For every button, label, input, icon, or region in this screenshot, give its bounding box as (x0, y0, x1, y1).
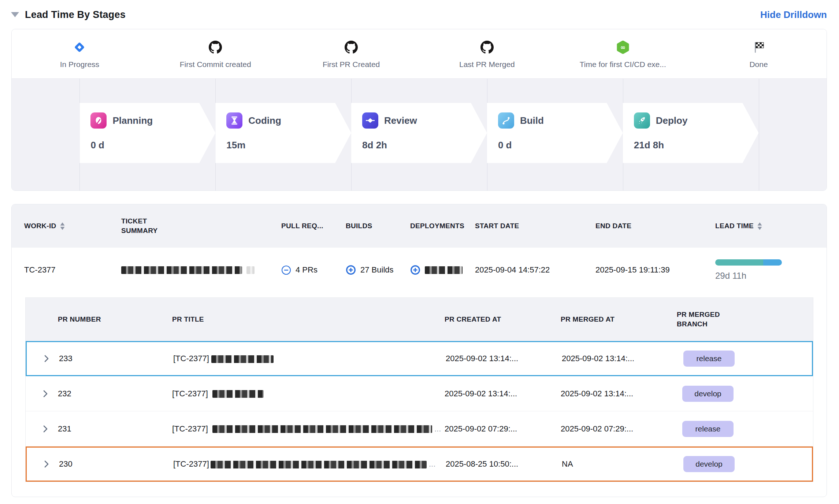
stage-name: Build (520, 115, 544, 126)
redacted-text (121, 266, 242, 274)
column-end-date: END DATE (583, 222, 703, 230)
svg-text:∞: ∞ (620, 44, 625, 51)
stage-name: Coding (248, 115, 281, 126)
hourglass-icon (226, 112, 242, 129)
milestone-done: Done (691, 40, 827, 69)
pr-created-at: 2025-09-02 07:29:... (445, 424, 561, 434)
milestone-label: Time for first CI/CD exe... (580, 60, 666, 69)
work-items-table: WORK-ID TICKET SUMMARY PULL REQ... BUILD… (11, 204, 827, 497)
pr-created-at: 2025-08-25 10:50:... (446, 459, 562, 469)
milestone-last-pr-merged: Last PR Merged (419, 40, 555, 69)
stage-review[interactable]: Review 8d 2h (351, 103, 487, 163)
column-pr-created-at: PR CREATED AT (445, 315, 561, 324)
milestone-label: Done (749, 60, 768, 69)
redacted-text (246, 266, 255, 274)
column-start-date: START DATE (463, 222, 583, 230)
cicd-infinity-icon: ∞ (616, 40, 630, 54)
milestone-row: In Progress First Commit created First P… (12, 29, 827, 78)
stage-build[interactable]: Build 0 d (487, 103, 623, 163)
lead-time-cell: 29d 11h (703, 259, 827, 281)
stage-name: Planning (112, 115, 153, 126)
github-icon (480, 40, 494, 54)
column-work-id[interactable]: WORK-ID (12, 222, 109, 230)
plus-circle-icon[interactable] (346, 265, 356, 275)
deployments-cell[interactable] (398, 265, 463, 275)
work-item-row[interactable]: TC-2377 4 PRs 27 Builds 2025-09-04 14:57… (12, 248, 827, 292)
stage-duration: 8d 2h (362, 140, 487, 151)
pr-title: [TC-2377] (173, 354, 446, 363)
branch-badge: develop (682, 386, 734, 402)
pr-title: [TC-2377] (172, 389, 445, 399)
milestone-label: First Commit created (180, 60, 251, 69)
pr-number: 232 (58, 389, 71, 399)
branch-badge: release (682, 421, 734, 437)
stage-planning[interactable]: Planning 0 d (79, 103, 215, 163)
sort-icon[interactable] (757, 222, 762, 230)
drilldown-header: Lead Time By Stages Hide Drilldown (0, 0, 839, 21)
stage-duration: 15m (226, 140, 351, 151)
milestone-first-commit: First Commit created (148, 40, 283, 69)
pr-table-header: PR NUMBER PR TITLE PR CREATED AT PR MERG… (26, 298, 813, 341)
milestone-first-pr: First PR Created (283, 40, 419, 69)
minus-circle-icon[interactable] (281, 265, 291, 275)
pr-row-231[interactable]: 231 [TC-2377] ... 2025-09-02 07:29:... 2… (26, 411, 813, 446)
stage-duration: 0 d (498, 140, 623, 151)
pr-created-at: 2025-09-02 13:14:... (445, 389, 561, 399)
milestone-in-progress: In Progress (12, 40, 148, 69)
pr-branch-cell: release (677, 421, 813, 437)
page-title: Lead Time By Stages (25, 9, 126, 21)
milestone-cicd: ∞ Time for first CI/CD exe... (555, 40, 691, 69)
pr-merged-at: 2025-09-02 07:29:... (561, 424, 677, 434)
hide-drilldown-link[interactable]: Hide Drilldown (760, 9, 827, 21)
pr-row-233[interactable]: 233 [TC-2377] 2025-09-02 13:14:... 2025-… (26, 341, 813, 376)
rocket-icon (634, 112, 650, 129)
ticket-summary-cell (109, 266, 269, 274)
redacted-text (211, 461, 427, 468)
checkered-flag-icon (752, 40, 766, 54)
pr-row-232[interactable]: 232 [TC-2377] 2025-09-02 13:14:... 2025-… (26, 376, 813, 411)
milestone-label: In Progress (60, 60, 99, 69)
pr-drilldown-table: PR NUMBER PR TITLE PR CREATED AT PR MERG… (25, 297, 813, 482)
stage-duration: 0 d (90, 140, 215, 151)
milestone-label: Last PR Merged (459, 60, 515, 69)
column-pull-requests: PULL REQ... (269, 222, 333, 230)
builds-cell[interactable]: 27 Builds (333, 265, 398, 275)
lead-time-bar-segment-1 (715, 259, 763, 266)
column-pr-merged-at: PR MERGED AT (561, 315, 677, 324)
column-deployments: DEPLOYMENTS (398, 222, 463, 230)
branch-curve-icon (498, 112, 514, 129)
pr-number: 233 (59, 354, 73, 363)
stage-coding[interactable]: Coding 15m (215, 103, 351, 163)
planning-icon (90, 112, 107, 129)
collapse-triangle-icon[interactable] (11, 12, 19, 17)
plus-circle-icon[interactable] (410, 265, 420, 275)
redacted-text (425, 266, 463, 274)
work-id-cell: TC-2377 (12, 265, 109, 275)
redacted-text (211, 355, 274, 363)
stage-deploy[interactable]: Deploy 21d 8h (623, 103, 759, 163)
pr-branch-cell: release (678, 351, 812, 367)
column-pr-title: PR TITLE (172, 315, 445, 324)
expand-chevron-icon[interactable] (44, 460, 49, 468)
pull-requests-cell[interactable]: 4 PRs (269, 265, 333, 275)
expand-chevron-icon[interactable] (44, 355, 49, 363)
lead-time-bar-segment-2 (763, 259, 782, 266)
column-lead-time[interactable]: LEAD TIME (703, 222, 827, 230)
end-date-cell: 2025-09-15 19:11:39 (583, 265, 703, 275)
expand-chevron-icon[interactable] (42, 390, 48, 398)
pr-merged-at: 2025-09-02 13:14:... (562, 354, 678, 363)
sort-icon[interactable] (60, 222, 65, 230)
start-date-cell: 2025-09-04 14:57:22 (463, 265, 583, 275)
stage-name: Deploy (656, 115, 688, 126)
expand-chevron-icon[interactable] (42, 425, 48, 433)
stage-flow-area: Planning 0 d Coding 15m Review 8d 2h (12, 78, 827, 190)
review-node-icon (362, 112, 378, 129)
column-ticket-summary: TICKET SUMMARY (109, 216, 269, 235)
pr-merged-at: NA (562, 459, 678, 469)
pr-merged-at: 2025-09-02 13:14:... (561, 389, 677, 399)
pr-branch-cell: develop (677, 386, 813, 402)
pr-row-230[interactable]: 230 [TC-2377] ... 2025-08-25 10:50:... N… (26, 446, 813, 482)
flow-divider (759, 79, 759, 190)
lead-time-stages-panel: In Progress First Commit created First P… (11, 29, 827, 191)
github-icon (208, 40, 222, 54)
